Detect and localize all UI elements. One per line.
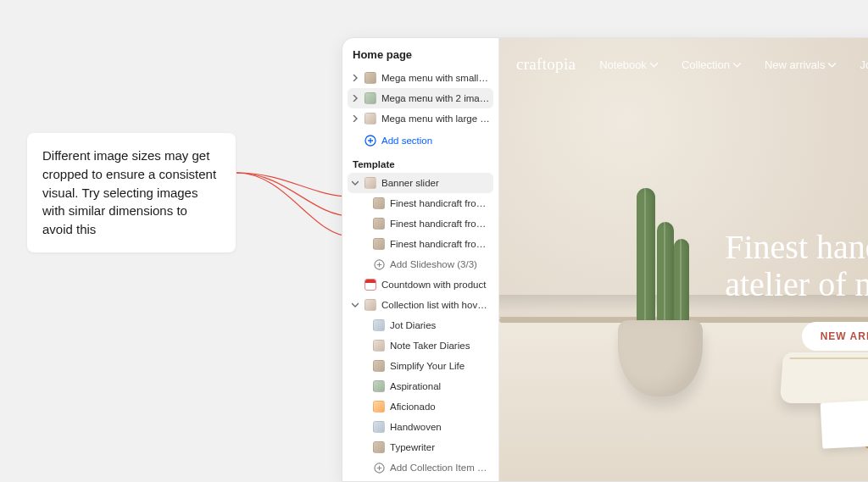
brand-logo[interactable]: craftopia	[516, 55, 576, 74]
slide-item[interactable]: Finest handicraft from atelier o...	[348, 213, 493, 234]
section-mega-menu-small[interactable]: Mega menu with small image	[348, 68, 493, 88]
section-label: Countdown with product	[381, 280, 490, 290]
item-thumb-icon	[373, 401, 385, 413]
hero-title-line2: atelier of mast	[725, 266, 868, 303]
section-label: Collection list with hover images	[381, 300, 490, 310]
nav-label: Notebook	[599, 58, 647, 71]
cactus-decoration	[674, 239, 689, 324]
section-countdown[interactable]: Countdown with product	[348, 274, 493, 295]
plus-circle-icon	[373, 462, 385, 474]
plus-circle-icon	[373, 258, 385, 270]
nav-notebook[interactable]: Notebook	[599, 58, 658, 71]
collection-item[interactable]: Handwoven	[348, 417, 493, 437]
slide-thumb-icon	[373, 238, 385, 250]
item-thumb-icon	[373, 421, 385, 433]
section-thumb-icon	[364, 92, 376, 104]
section-label: Mega menu with small image	[381, 73, 490, 83]
slide-label: Finest handicraft from atelier o...	[390, 239, 490, 249]
add-section-label: Add section	[381, 136, 490, 146]
chevron-down-icon	[351, 301, 359, 309]
slide-item[interactable]: Finest handicraft from atelier o...	[348, 234, 493, 254]
item-label: Handwoven	[390, 422, 490, 432]
page-title: Home page	[342, 38, 498, 68]
section-label: Mega menu with 2 image	[381, 93, 490, 103]
item-thumb-icon	[373, 441, 385, 453]
add-section-button[interactable]: Add section	[348, 130, 493, 151]
item-label: Jot Diaries	[390, 320, 490, 330]
sidebar-scroll[interactable]: Mega menu with small image Mega menu wit…	[342, 68, 498, 481]
new-arrival-button[interactable]: NEW ARRIVAL	[802, 322, 868, 351]
item-label: Simplify Your Life	[390, 361, 490, 371]
chevron-right-icon	[351, 74, 359, 82]
section-mega-menu-2[interactable]: Mega menu with 2 image	[348, 88, 493, 108]
chevron-down-icon	[828, 58, 836, 71]
item-thumb-icon	[373, 360, 385, 372]
add-slideshow-label: Add Slideshow (3/3)	[390, 259, 490, 269]
storefront-preview: craftopia Notebook Collection New arriva…	[499, 38, 868, 481]
collection-item[interactable]: Aspirational	[348, 376, 493, 396]
nav-label: Collection	[682, 58, 730, 71]
pencil-pouch	[780, 352, 868, 403]
item-thumb-icon	[373, 380, 385, 392]
theme-editor-window: Home page Mega menu with small image Meg…	[342, 37, 868, 482]
section-thumb-icon	[364, 72, 376, 84]
collection-item[interactable]: Note Taker Diaries	[348, 335, 493, 356]
nav-collection[interactable]: Collection	[682, 58, 741, 71]
chevron-down-icon	[351, 179, 359, 187]
chevron-right-icon	[351, 114, 359, 123]
slide-label: Finest handicraft from atelier o...	[390, 198, 490, 208]
collection-item[interactable]: Aficionado	[348, 396, 493, 417]
slide-item[interactable]: Finest handicraft from atelier o...	[348, 193, 493, 213]
section-label: Mega menu with large image	[381, 114, 490, 124]
collection-item[interactable]: Typewriter	[348, 437, 493, 457]
item-label: Note Taker Diaries	[390, 341, 490, 351]
callout-text: Different image sizes may get cropped to…	[42, 148, 216, 236]
plus-circle-icon	[364, 135, 376, 147]
cactus-decoration	[657, 222, 674, 324]
nav-label: Jo	[860, 58, 868, 71]
add-collection-label: Add Collection Item (7/7)	[390, 463, 490, 473]
item-thumb-icon	[373, 340, 385, 352]
section-thumb-icon	[364, 299, 376, 311]
chevron-down-icon	[650, 58, 658, 71]
countdown-thumb-icon	[364, 279, 376, 291]
sticky-note	[821, 400, 868, 448]
help-callout: Different image sizes may get cropped to…	[27, 133, 236, 252]
chevron-down-icon	[733, 58, 741, 71]
slide-label: Finest handicraft from atelier o...	[390, 219, 490, 229]
section-collection-tab[interactable]: Collection list with tab	[348, 478, 493, 481]
add-slideshow-button[interactable]: Add Slideshow (3/3)	[348, 254, 493, 274]
hero-banner: Finest handic atelier of mast NEW ARRIVA…	[725, 229, 868, 351]
collection-item[interactable]: Simplify Your Life	[348, 356, 493, 376]
item-label: Aficionado	[390, 402, 490, 412]
sections-sidebar: Home page Mega menu with small image Meg…	[342, 38, 499, 481]
slide-thumb-icon	[373, 218, 385, 230]
nav-label: New arrivals	[765, 58, 826, 71]
storefront-header: craftopia Notebook Collection New arriva…	[516, 55, 868, 74]
item-thumb-icon	[373, 319, 385, 331]
item-label: Aspirational	[390, 381, 490, 391]
slide-thumb-icon	[373, 197, 385, 209]
nav-truncated[interactable]: Jo	[860, 58, 868, 71]
section-collection-hover[interactable]: Collection list with hover images	[348, 295, 493, 315]
section-thumb-icon	[364, 113, 376, 125]
template-group-label: Template	[348, 151, 493, 173]
item-label: Typewriter	[390, 442, 490, 452]
chevron-right-icon	[351, 94, 359, 102]
hero-title-line1: Finest handic	[725, 229, 868, 266]
collection-item[interactable]: Jot Diaries	[348, 315, 493, 335]
add-collection-item-button[interactable]: Add Collection Item (7/7)	[348, 457, 493, 478]
section-label: Banner slider	[381, 178, 490, 188]
section-thumb-icon	[364, 177, 376, 189]
cactus-decoration	[637, 188, 655, 324]
nav-new-arrivals[interactable]: New arrivals	[765, 58, 837, 71]
section-banner-slider[interactable]: Banner slider	[348, 173, 493, 193]
section-mega-menu-large[interactable]: Mega menu with large image	[348, 108, 493, 129]
